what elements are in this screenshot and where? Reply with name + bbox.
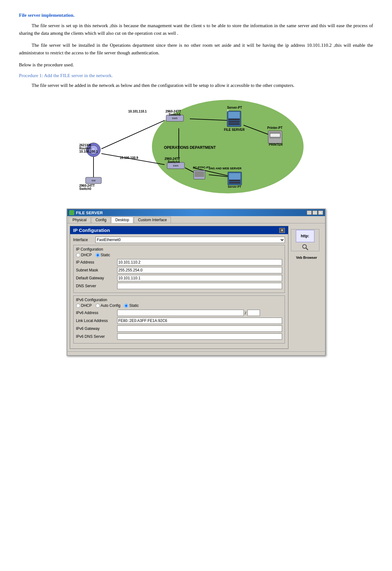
- default-gateway-row: Default Gateway: [76, 275, 282, 281]
- window-controls: _ □ ×: [307, 210, 323, 215]
- svg-text:FILE SERVER: FILE SERVER: [224, 128, 245, 131]
- link-local-label: Link Local Address: [76, 319, 117, 323]
- ipv6-static-radio-item[interactable]: Static: [124, 303, 139, 308]
- http-browser-button[interactable]: http:: [291, 229, 319, 251]
- restore-button[interactable]: □: [312, 210, 317, 215]
- ipv6-address-input[interactable]: [117, 310, 244, 316]
- svg-text:OPERATIONS DEPARTMENT: OPERATIONS DEPARTMENT: [164, 145, 216, 150]
- ipv6-prefix-input[interactable]: [247, 310, 260, 316]
- minimize-button[interactable]: _: [307, 210, 312, 215]
- ipv6-section-title: IPv6 Configuration: [76, 298, 282, 302]
- ipv6-address-label: IPv6 Address: [76, 311, 117, 315]
- ipv6-dns-row: IPv6 DNS Server: [76, 333, 282, 340]
- ip-section-title: IP Configuration: [76, 247, 282, 252]
- ipv6-dhcp-label: DHCP: [81, 303, 92, 308]
- svg-rect-28: [229, 173, 240, 179]
- static-label: Static: [101, 253, 110, 257]
- dns-server-label: DNS Server: [76, 284, 117, 288]
- dhcp-label: DHCP: [81, 253, 92, 257]
- tab-custom-interface[interactable]: Custom Interface: [134, 217, 171, 223]
- paragraph3: The file server will be added in the net…: [19, 82, 373, 89]
- server-window-icon: [69, 210, 74, 215]
- link-local-row: Link Local Address: [76, 318, 282, 324]
- ipv6-address-row: IPv6 Address /: [76, 310, 282, 316]
- ip-config-header: IP Configuration ×: [70, 226, 288, 234]
- window-title: FILE SERVER: [76, 210, 103, 215]
- svg-text:SW4: SW4: [173, 164, 178, 167]
- procedure-title: Procedure 1: Add the FILE server in the …: [19, 73, 373, 78]
- file-server-window: FILE SERVER _ □ × Physical Config Deskto…: [67, 209, 326, 356]
- http-label: http:: [301, 234, 309, 238]
- ip-config-title: IP Configuration: [73, 228, 110, 233]
- doc-title: File server implementation.: [19, 13, 373, 18]
- tab-desktop[interactable]: Desktop: [111, 217, 133, 223]
- window-tabs: Physical Config Desktop Custom Interface: [67, 216, 325, 223]
- interface-select[interactable]: FastEthernet0: [95, 237, 285, 243]
- dhcp-radio[interactable]: [76, 253, 80, 257]
- paragraph1: The file server is set up in this networ…: [19, 22, 373, 37]
- ip-config-close-button[interactable]: ×: [279, 228, 285, 233]
- right-panel: http: Veb Browser: [291, 226, 323, 349]
- default-gateway-label: Default Gateway: [76, 276, 117, 280]
- titlebar-left: FILE SERVER: [69, 210, 103, 215]
- svg-rect-21: [228, 119, 240, 120]
- tab-config[interactable]: Config: [91, 217, 111, 223]
- interface-label: Interface: [73, 238, 95, 242]
- svg-text:Server-PT: Server-PT: [228, 185, 241, 188]
- ip-address-label: IP Address: [76, 260, 117, 264]
- ip-address-row: IP Address: [76, 259, 282, 265]
- http-icon: http:: [296, 230, 315, 242]
- interface-row: Interface FastEthernet0: [73, 237, 285, 243]
- static-radio[interactable]: [96, 253, 100, 257]
- svg-text:PC-PTPC-PT: PC-PTPC-PT: [193, 166, 210, 169]
- ip-radio-row: DHCP Static: [76, 253, 282, 257]
- svg-rect-22: [228, 121, 240, 123]
- svg-text:PRINTER: PRINTER: [269, 143, 283, 146]
- subnet-mask-label: Subnet Mask: [76, 268, 117, 272]
- tab-physical[interactable]: Physical: [69, 217, 91, 223]
- default-gateway-input[interactable]: [117, 275, 282, 281]
- svg-text:Server-PT: Server-PT: [227, 106, 242, 109]
- svg-rect-26: [270, 134, 280, 137]
- web-browser-label: Veb Browser: [291, 256, 323, 259]
- svg-text:10.100.100.9: 10.100.100.9: [120, 156, 138, 160]
- ipv6-gateway-input[interactable]: [117, 325, 282, 332]
- subnet-mask-row: Subnet Mask: [76, 267, 282, 273]
- close-button[interactable]: ×: [318, 210, 323, 215]
- svg-text:SW5: SW5: [172, 117, 178, 120]
- link-local-input[interactable]: [117, 318, 282, 324]
- window-titlebar: FILE SERVER _ □ ×: [67, 209, 325, 216]
- svg-text:10.100.100.1: 10.100.100.1: [79, 150, 98, 153]
- ipv6-auto-radio[interactable]: [96, 304, 100, 308]
- subnet-mask-input[interactable]: [117, 267, 282, 273]
- ipv6-dns-label: IPv6 DNS Server: [76, 334, 117, 339]
- ipv6-gateway-row: IPv6 Gateway: [76, 325, 282, 332]
- svg-text:10.101.110.1: 10.101.110.1: [128, 110, 147, 113]
- ipv6-section: IPv6 Configuration DHCP Auto Config: [73, 295, 285, 343]
- ipv6-gateway-label: IPv6 Gateway: [76, 326, 117, 331]
- paragraph2: The file server will be installed in the…: [19, 41, 373, 57]
- ipv6-dhcp-radio[interactable]: [76, 304, 80, 308]
- svg-text:SW: SW: [91, 179, 95, 182]
- svg-text:DNS AND WEB SERVER: DNS AND WEB SERVER: [209, 167, 242, 170]
- ipv6-dns-input[interactable]: [117, 333, 282, 340]
- dhcp-radio-item[interactable]: DHCP: [76, 253, 92, 257]
- svg-rect-23: [228, 123, 240, 125]
- svg-text:Switch5: Switch5: [169, 113, 181, 116]
- ipv6-auto-label: Auto Config: [101, 303, 121, 308]
- dns-server-input[interactable]: [117, 283, 282, 289]
- ipv6-dhcp-radio-item[interactable]: DHCP: [76, 303, 92, 308]
- dns-server-row: DNS Server: [76, 283, 282, 289]
- static-radio-item[interactable]: Static: [96, 253, 110, 257]
- window-content: IP Configuration × Interface FastEtherne…: [67, 223, 325, 351]
- svg-text:Switch4: Switch4: [168, 160, 180, 164]
- svg-line-54: [306, 248, 308, 250]
- window-scrollbar[interactable]: [67, 351, 325, 355]
- ip-config-body: Interface FastEthernet0 IP Configuration: [70, 234, 288, 349]
- svg-rect-30: [229, 182, 240, 184]
- ip-address-input[interactable]: [117, 259, 282, 265]
- ipv6-auto-radio-item[interactable]: Auto Config: [96, 303, 121, 308]
- svg-rect-20: [228, 112, 240, 118]
- ipv6-static-radio[interactable]: [124, 304, 128, 308]
- plain1: Below is the procedure used.: [19, 61, 373, 69]
